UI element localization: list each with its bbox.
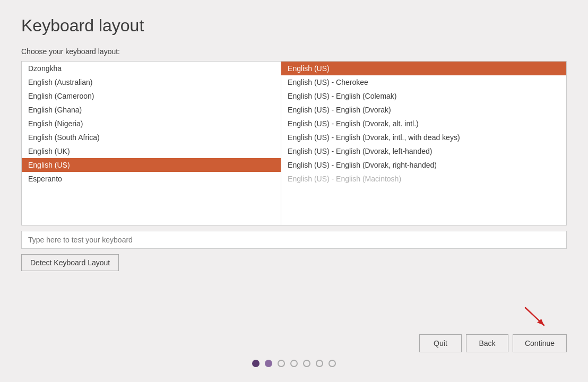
layout-list[interactable]: DzongkhaEnglish (Australian)English (Cam…: [21, 61, 281, 225]
subtitle: Choose your keyboard layout:: [21, 47, 567, 56]
list-item[interactable]: English (US) - English (Dvorak): [281, 103, 566, 117]
nav-buttons: Quit Back Continue: [419, 334, 567, 352]
list-item[interactable]: English (US) - Cherokee: [281, 75, 566, 89]
list-item[interactable]: English (South Africa): [22, 131, 281, 144]
list-item[interactable]: English (US) - English (Dvorak, alt. int…: [281, 117, 566, 131]
list-item[interactable]: English (Ghana): [22, 103, 281, 117]
list-item[interactable]: English (US) - English (Dvorak, right-ha…: [281, 158, 566, 172]
continue-button[interactable]: Continue: [513, 334, 567, 352]
quit-button[interactable]: Quit: [419, 334, 462, 352]
list-item[interactable]: English (US): [22, 158, 281, 172]
arrow-hint: [520, 305, 567, 329]
continue-arrow-icon: [520, 305, 552, 329]
test-input-container: [21, 231, 567, 249]
list-item[interactable]: English (US) - English (Macintosh): [281, 172, 566, 186]
progress-dot: [290, 360, 298, 367]
detect-button-container: Detect Keyboard Layout: [21, 254, 567, 271]
list-item[interactable]: English (US): [281, 62, 566, 75]
dots-container: [21, 352, 567, 371]
list-item[interactable]: English (Cameroon): [22, 89, 281, 103]
progress-dot: [265, 360, 272, 367]
progress-dot: [252, 360, 260, 367]
progress-dot: [316, 360, 323, 367]
variant-list[interactable]: English (US)English (US) - CherokeeEngli…: [281, 61, 567, 225]
bottom-bar: Quit Back Continue: [21, 300, 567, 352]
page-container: Keyboard layout Choose your keyboard lay…: [0, 0, 588, 382]
list-item[interactable]: English (US) - English (Dvorak, left-han…: [281, 144, 566, 158]
progress-dot: [303, 360, 310, 367]
list-item[interactable]: English (Nigeria): [22, 117, 281, 131]
list-item[interactable]: English (UK): [22, 144, 281, 158]
bottom-right: Quit Back Continue: [419, 305, 567, 352]
progress-dot: [278, 360, 285, 367]
progress-dot: [328, 360, 336, 367]
lists-container: DzongkhaEnglish (Australian)English (Cam…: [21, 61, 567, 225]
list-item[interactable]: English (Australian): [22, 75, 281, 89]
list-item[interactable]: Esperanto: [22, 172, 281, 186]
list-item[interactable]: English (US) - English (Dvorak, intl., w…: [281, 131, 566, 144]
detect-keyboard-layout-button[interactable]: Detect Keyboard Layout: [21, 254, 119, 271]
page-title: Keyboard layout: [21, 16, 567, 36]
keyboard-test-input[interactable]: [21, 231, 567, 249]
list-item[interactable]: Dzongkha: [22, 62, 281, 75]
back-button[interactable]: Back: [466, 334, 508, 352]
list-item[interactable]: English (US) - English (Colemak): [281, 89, 566, 103]
